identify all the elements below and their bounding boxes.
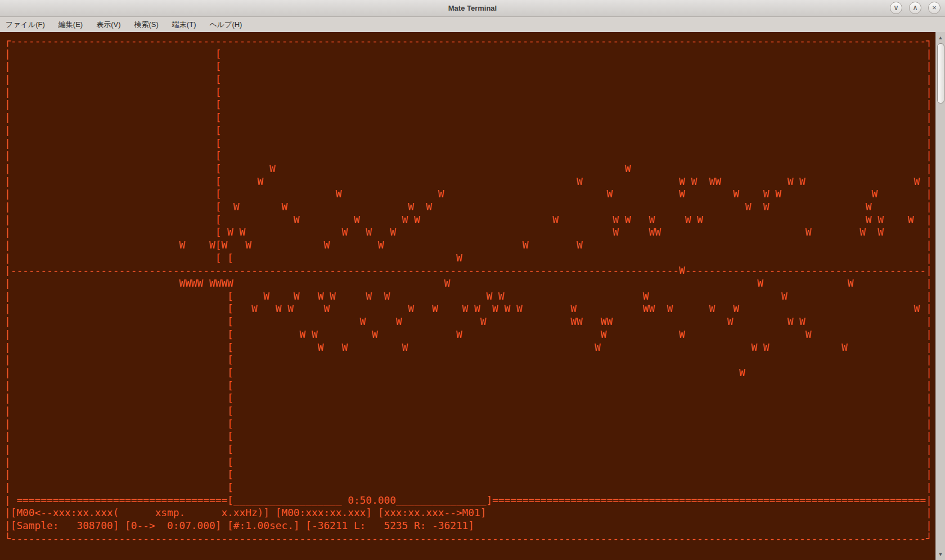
terminal-row: | [ W W W W W W W W W W W W W | <box>4 214 935 227</box>
scrollbar[interactable]: ▲ ▼ <box>935 32 945 560</box>
terminal-row: | [ | <box>4 392 935 405</box>
minimize-button[interactable]: ∨ <box>890 2 902 14</box>
terminal-row: | [ | <box>4 430 935 443</box>
scroll-up-icon[interactable]: ▲ <box>936 33 945 42</box>
scroll-down-icon[interactable]: ▼ <box>936 550 945 559</box>
terminal-row: | [ W W W W W W W | <box>4 328 935 341</box>
terminal-row: | ===================================[__… <box>4 494 935 507</box>
terminal-row: | [ | <box>4 137 935 150</box>
terminal-row: | [ W W | <box>4 162 935 175</box>
window-title: Mate Terminal <box>448 4 497 12</box>
menu-view[interactable]: 表示(V) <box>96 20 120 30</box>
terminal-row: └---------------------------------------… <box>4 532 935 545</box>
terminal-row: | [ W W W W W W W W W W | <box>4 290 935 303</box>
terminal-row: |---------------------------------------… <box>4 264 935 277</box>
terminal-row: | WWWW WWWW W W W | <box>4 277 935 290</box>
terminal-row: | W W[W W W W W W | <box>4 239 935 252</box>
terminal-row: | [ | <box>4 380 935 392</box>
terminal-row: |[Sample: 308700] [0--> 0:07.000] [#:1.0… <box>4 520 935 532</box>
terminal-row: | [ W W W W WW W W W | <box>4 175 935 188</box>
terminal-row: | [ | <box>4 111 935 124</box>
terminal-row: | [ | <box>4 73 935 86</box>
close-button[interactable]: × <box>928 2 940 14</box>
terminal-row: |[M00<--xxx:xx.xxx( xsmp. x.xxHz)] [M00:… <box>4 507 935 520</box>
terminal-row: | [ W W W W W W WW W W W | <box>4 226 935 239</box>
menu-terminal[interactable]: 端末(T) <box>172 20 196 30</box>
terminal-row: | [ | <box>4 468 935 481</box>
scrollbar-thumb[interactable] <box>937 43 944 103</box>
terminal-row: | [ | <box>4 405 935 418</box>
terminal-row: | [ | <box>4 86 935 99</box>
terminal-row: | [ | <box>4 48 935 61</box>
terminal-row: | [ W W W WW WW W W W | <box>4 315 935 328</box>
terminal-row: | [ W W W W W W W W W W W W WW W W W W | <box>4 302 935 315</box>
window-controls: ∨ ∧ × <box>890 2 940 14</box>
terminal-row: | [ | <box>4 98 935 111</box>
menu-search[interactable]: 検索(S) <box>134 20 159 30</box>
title-bar: Mate Terminal <box>0 0 945 17</box>
terminal-row: | [ W W W W W W W | <box>4 201 935 214</box>
terminal-row: ┌---------------------------------------… <box>4 35 935 48</box>
menu-help[interactable]: ヘルプ(H) <box>209 20 242 30</box>
terminal-row: | [ | <box>4 60 935 73</box>
maximize-button[interactable]: ∧ <box>909 2 921 14</box>
terminal-row: | [ | <box>4 150 935 162</box>
terminal-row: | [ | <box>4 354 935 367</box>
terminal-row: | [ W | <box>4 367 935 380</box>
terminal-row: | [ | <box>4 456 935 469</box>
terminal-row: | [ W W W W W W W | <box>4 341 935 354</box>
terminal-row: | [ W W W W W W W W | <box>4 188 935 201</box>
terminal-row: | [ | <box>4 124 935 137</box>
menu-edit[interactable]: 編集(E) <box>58 20 83 30</box>
menu-file[interactable]: ファイル(F) <box>6 20 45 30</box>
terminal-row: | [ [ W | <box>4 252 935 265</box>
terminal-text-grid: ┌---------------------------------------… <box>0 32 935 545</box>
terminal-row: | [ | <box>4 443 935 456</box>
terminal-screen[interactable]: ┌---------------------------------------… <box>0 32 935 560</box>
terminal-row: | [ | <box>4 481 935 494</box>
menu-bar: ファイル(F) 編集(E) 表示(V) 検索(S) 端末(T) ヘルプ(H) <box>0 17 945 32</box>
terminal-row: | [ | <box>4 418 935 431</box>
